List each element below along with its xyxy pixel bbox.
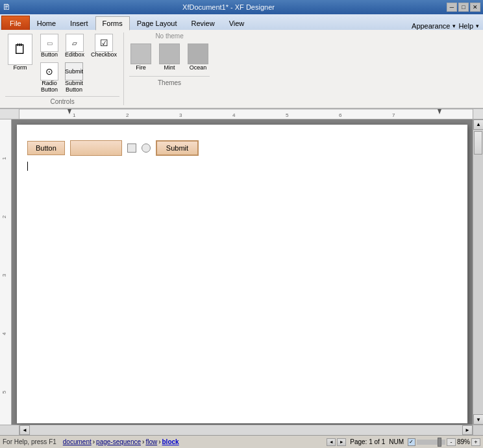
radio-label: RadioButton [41, 81, 58, 93]
tab-insert[interactable]: Insert [63, 16, 95, 30]
num-indicator: NUM [389, 438, 404, 445]
control-radio[interactable]: ⊙ RadioButton [38, 61, 61, 95]
control-editbox[interactable]: ▱ Editbox [62, 32, 87, 60]
hscroll-right-button[interactable]: ► [462, 425, 473, 435]
cursor-row [27, 161, 457, 171]
horizontal-ruler-row: 1 2 3 4 5 6 7 [0, 109, 483, 119]
tab-forms[interactable]: Forms [95, 16, 130, 31]
controls-row1: ▭ Button ▱ Editbox ☑ Checkbox [38, 32, 119, 60]
scroll-thumb[interactable] [474, 131, 482, 155]
controls-row2: ⊙ RadioButton Submit SubmitButton [38, 61, 119, 95]
tab-view[interactable]: View [222, 16, 252, 30]
document-area: Button Submit [12, 119, 473, 425]
fire-theme-label: Fire [136, 64, 146, 71]
svg-text:1: 1 [1, 156, 7, 160]
hscroll-track[interactable] [30, 425, 462, 435]
vertical-ruler: 1 2 3 4 5 [0, 119, 12, 425]
tab-review[interactable]: Review [184, 16, 222, 30]
tab-file[interactable]: File [1, 16, 30, 30]
submit-icon: Submit [65, 62, 83, 81]
scroll-track[interactable] [473, 130, 483, 414]
zoom-out-button[interactable]: - [447, 438, 456, 446]
control-form[interactable]: 🗒 Form [5, 32, 35, 73]
zoom-thumb[interactable] [438, 438, 441, 447]
svg-text:2: 2 [1, 215, 7, 218]
text-cursor [27, 162, 28, 171]
app-container: 🖹 XfDocument1* - XF Designer ─ □ ✕ File … [0, 0, 483, 448]
svg-text:5: 5 [1, 390, 7, 393]
radio-icon: ⊙ [40, 62, 58, 81]
theme-mint[interactable]: Mint [158, 42, 181, 72]
control-submit[interactable]: Submit SubmitButton [62, 61, 86, 95]
document-page: Button Submit [17, 125, 467, 423]
svg-text:6: 6 [339, 112, 342, 118]
prev-page-button[interactable]: ◄ [327, 438, 336, 446]
themes-group-label: Themes [129, 76, 210, 86]
appearance-button[interactable]: Appearance [412, 22, 450, 30]
tab-pagelayout[interactable]: Page Layout [130, 16, 184, 30]
svg-marker-9 [438, 109, 441, 114]
button-label: Button [41, 52, 58, 58]
checkbox-icon: ☑ [95, 34, 113, 52]
next-page-button[interactable]: ► [337, 438, 346, 446]
controls-group-items: 🗒 Form ▭ Button ▱ Editbox [5, 32, 119, 95]
breadcrumb-block[interactable]: block [162, 438, 179, 445]
zoom-controls: ✓ - 89% + [408, 438, 480, 446]
checkbox-label: Checkbox [91, 52, 117, 58]
breadcrumb-flow[interactable]: flow [145, 438, 157, 445]
statusbar-left: For Help, press F1 document › page-seque… [3, 438, 179, 445]
ribbon-content: 🗒 Form ▭ Button ▱ Editbox [0, 30, 483, 108]
small-controls: ▭ Button ▱ Editbox ☑ Checkbox [38, 32, 119, 95]
ribbon: File Home Insert Forms Page Layout Revie… [0, 14, 483, 109]
form-submit-button[interactable]: Submit [156, 140, 199, 156]
form-textbox[interactable] [70, 140, 122, 156]
themes-items: Fire Mint Ocean [129, 42, 210, 72]
form-controls-row: Button Submit [27, 140, 457, 156]
svg-text:2: 2 [126, 112, 129, 118]
svg-text:4: 4 [1, 332, 7, 335]
ruler-svg: 1 2 3 4 5 6 7 [19, 109, 473, 119]
maximize-button[interactable]: □ [458, 3, 469, 12]
theme-fire[interactable]: Fire [129, 42, 153, 72]
form-radio[interactable] [142, 143, 151, 153]
svg-text:1: 1 [73, 112, 76, 118]
hscroll-left-button[interactable]: ◄ [19, 425, 30, 435]
zoom-check[interactable]: ✓ [408, 438, 415, 446]
control-button[interactable]: ▭ Button [38, 32, 61, 60]
breadcrumb-page-sequence[interactable]: page-sequence [96, 438, 141, 445]
zoom-in-button[interactable]: + [471, 438, 480, 446]
svg-text:3: 3 [179, 112, 182, 118]
horizontal-ruler: 1 2 3 4 5 6 7 [19, 109, 473, 119]
tab-home[interactable]: Home [30, 16, 63, 30]
controls-group: 🗒 Form ▭ Button ▱ Editbox [1, 32, 124, 105]
statusbar: For Help, press F1 document › page-seque… [0, 435, 483, 448]
ruler-corner-right [473, 109, 483, 119]
breadcrumb-document[interactable]: document [63, 438, 92, 445]
scroll-up-button[interactable]: ▲ [473, 119, 483, 130]
zoom-slider[interactable] [417, 440, 445, 445]
theme-ocean[interactable]: Ocean [186, 42, 210, 72]
statusbar-right: ◄ ► Page: 1 of 1 NUM ✓ - 89% + [327, 438, 480, 446]
control-checkbox[interactable]: ☑ Checkbox [88, 32, 119, 60]
themes-group: No theme Fire Mint Ocean Themes [124, 32, 215, 86]
svg-text:5: 5 [286, 112, 289, 118]
vruler-svg: 1 2 3 4 5 [0, 119, 12, 425]
help-button[interactable]: Help [458, 22, 473, 30]
page-info: Page: 1 of 1 [350, 438, 385, 445]
close-button[interactable]: ✕ [470, 3, 480, 12]
hscroll-corner-right [473, 425, 483, 435]
form-checkbox[interactable] [127, 143, 136, 153]
editbox-icon: ▱ [66, 34, 84, 52]
titlebar: 🖹 XfDocument1* - XF Designer ─ □ ✕ [0, 0, 483, 14]
content-area: 1 2 3 4 5 Button Submit [0, 119, 483, 425]
mint-theme-icon [159, 44, 180, 64]
scroll-down-button[interactable]: ▼ [473, 414, 483, 425]
editbox-label: Editbox [65, 52, 84, 58]
right-scrollbar: ▲ ▼ [473, 119, 483, 425]
ribbon-tabs: File Home Insert Forms Page Layout Revie… [0, 14, 251, 30]
window-title: XfDocument1* - XF Designer [10, 3, 447, 11]
form-button[interactable]: Button [27, 141, 65, 155]
svg-text:4: 4 [232, 112, 236, 118]
minimize-button[interactable]: ─ [447, 3, 457, 12]
svg-text:3: 3 [1, 273, 7, 277]
